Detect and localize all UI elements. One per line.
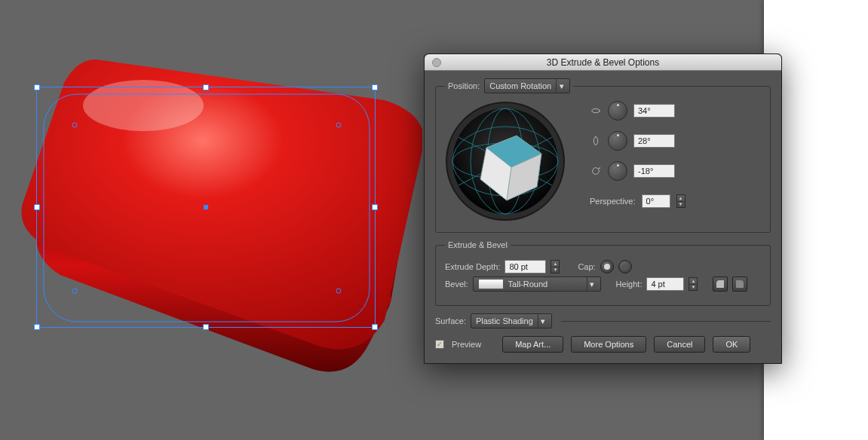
preview-checkbox[interactable]: ✓ <box>435 340 444 349</box>
rotation-preview[interactable] <box>445 101 566 222</box>
bevel-swatch <box>478 279 504 289</box>
height-field[interactable]: 4 pt <box>646 277 684 291</box>
position-value: Custom Rotation <box>489 81 551 90</box>
chevron-down-icon: ▾ <box>556 79 566 93</box>
ok-button[interactable]: OK <box>713 336 750 353</box>
divider <box>561 321 771 322</box>
preview-label: Preview <box>452 340 481 349</box>
perspective-field[interactable]: 0° <box>642 194 670 208</box>
close-icon[interactable] <box>432 58 441 67</box>
extrude-bevel-legend: Extrude & Bevel <box>445 240 511 249</box>
rotate-x-field[interactable]: 34° <box>633 104 675 118</box>
bevel-dropdown[interactable]: Tall-Round ▾ <box>473 277 601 292</box>
rotate-x-icon <box>590 105 602 117</box>
bevel-label: Bevel: <box>445 280 468 289</box>
position-label: Position: <box>448 81 480 90</box>
cap-label: Cap: <box>578 262 595 271</box>
extrude-bevel-group: Extrude & Bevel Extrude Depth: 80 pt ▲▼ … <box>435 240 771 306</box>
chevron-down-icon: ▾ <box>538 314 548 328</box>
surface-label: Surface: <box>435 316 466 325</box>
rotate-z-icon <box>590 165 602 177</box>
rotate-y-field[interactable]: 28° <box>633 134 675 148</box>
dialog-title: 3D Extrude & Bevel Options <box>547 57 659 68</box>
dialog-title-bar[interactable]: 3D Extrude & Bevel Options <box>425 54 781 71</box>
cap-on-button[interactable] <box>600 260 614 273</box>
more-options-button[interactable]: More Options <box>571 336 646 353</box>
canvas[interactable] <box>0 0 422 440</box>
svg-point-3 <box>336 123 341 127</box>
svg-point-5 <box>336 289 341 293</box>
button-bar: ✓ Preview Map Art... More Options Cancel… <box>435 336 771 353</box>
position-group: Position: Custom Rotation ▾ <box>435 78 771 233</box>
cap-off-button[interactable] <box>618 260 632 273</box>
bevel-extent-in-button[interactable] <box>713 277 728 292</box>
rotate-z-field[interactable]: -18° <box>633 164 675 178</box>
surface-dropdown[interactable]: Plastic Shading ▾ <box>471 313 552 328</box>
chevron-down-icon: ▾ <box>587 277 597 291</box>
bevel-extent-out-button[interactable] <box>732 277 747 292</box>
svg-point-18 <box>593 137 597 145</box>
dialog-3d-extrude-bevel: 3D Extrude & Bevel Options Position: Cus… <box>424 53 782 364</box>
surface-value: Plastic Shading <box>476 316 533 325</box>
rotate-x-knob[interactable] <box>608 101 627 121</box>
position-dropdown[interactable]: Custom Rotation ▾ <box>484 78 570 93</box>
extrude-depth-stepper[interactable]: ▲▼ <box>551 260 560 273</box>
bevel-value: Tall-Round <box>508 280 582 289</box>
map-art-button[interactable]: Map Art... <box>502 336 563 353</box>
rotate-y-icon <box>590 135 602 147</box>
height-label: Height: <box>616 280 643 289</box>
svg-point-2 <box>72 123 77 127</box>
perspective-stepper[interactable]: ▲▼ <box>676 194 686 208</box>
svg-point-17 <box>592 108 600 112</box>
rotate-z-knob[interactable] <box>608 161 627 181</box>
rotate-y-knob[interactable] <box>608 131 627 151</box>
svg-point-19 <box>593 168 600 175</box>
svg-rect-1 <box>44 94 370 322</box>
extrude-depth-label: Extrude Depth: <box>445 262 500 271</box>
surface-row: Surface: Plastic Shading ▾ <box>435 313 771 328</box>
extrude-depth-field[interactable]: 80 pt <box>505 260 546 273</box>
svg-point-4 <box>72 289 77 293</box>
perspective-label: Perspective: <box>590 197 636 206</box>
cancel-button[interactable]: Cancel <box>654 336 705 353</box>
height-stepper[interactable]: ▲▼ <box>689 277 698 291</box>
selection-box[interactable] <box>36 87 376 328</box>
